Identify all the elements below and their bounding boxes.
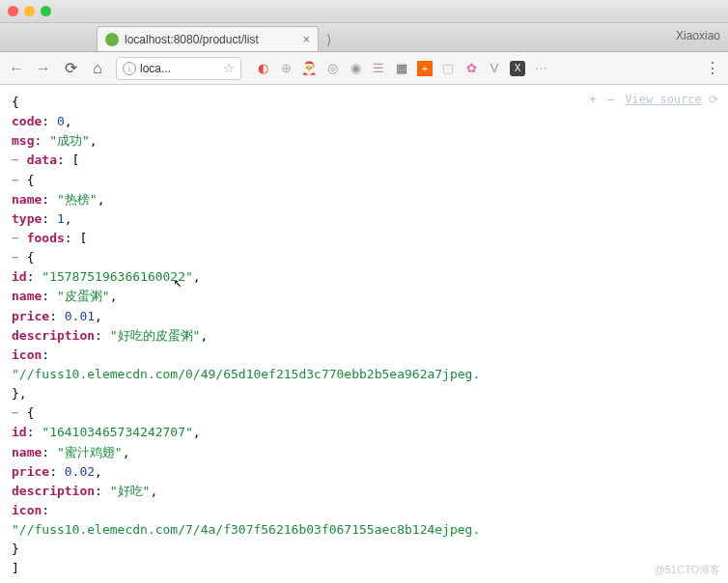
plus-ext-icon[interactable]: +: [417, 61, 433, 76]
list-ext-icon[interactable]: ☰: [371, 61, 386, 76]
maximize-window-button[interactable]: [41, 6, 51, 16]
json-value: "157875196366160022": [42, 269, 193, 284]
back-button[interactable]: ←: [8, 60, 25, 77]
json-value: "蜜汁鸡翅": [57, 445, 123, 459]
x-ext-icon[interactable]: X: [510, 61, 525, 76]
santa-ext-icon[interactable]: 🎅: [301, 61, 317, 76]
json-key: foods: [27, 231, 65, 245]
collapse-toggle[interactable]: −: [12, 405, 19, 420]
watermark-text: @51CTO博客: [655, 563, 720, 577]
json-value: "好吃的皮蛋粥": [110, 328, 201, 343]
site-info-icon[interactable]: i: [123, 62, 136, 75]
gray-ext-icon[interactable]: ▢: [440, 61, 456, 76]
json-value: "164103465734242707": [42, 425, 193, 439]
tab-strip: localhost:8080/product/list × ⟩ Xiaoxiao: [0, 23, 728, 52]
json-key: msg: [12, 133, 34, 148]
view-source-toolbar: + − View source ⟳: [583, 89, 724, 111]
json-value: "热榜": [57, 192, 98, 207]
json-value: "皮蛋粥": [57, 289, 110, 303]
url-text: loca...: [140, 62, 219, 75]
json-value: 0.01: [65, 309, 95, 323]
collapse-toggle[interactable]: −: [12, 153, 19, 167]
minimize-window-button[interactable]: [24, 6, 35, 16]
json-key: name: [12, 445, 42, 459]
expand-all-button[interactable]: +: [589, 93, 596, 106]
home-button[interactable]: ⌂: [89, 60, 106, 77]
json-viewer: + − View source ⟳ { code: 0, msg: "成功", …: [0, 85, 728, 583]
v-ext-icon[interactable]: V: [487, 61, 502, 76]
browser-toolbar: ← → ⟳ ⌂ i loca... ☆ ◐ ⊕ 🎅 ◎ ◉ ☰ ▦ + ▢ ✿ …: [0, 52, 728, 85]
json-key: icon: [12, 347, 42, 362]
traffic-lights: [8, 6, 51, 16]
eye-ext-icon[interactable]: ◉: [348, 61, 363, 76]
tab-title: localhost:8080/product/list: [125, 33, 296, 46]
flower-ext-icon[interactable]: ✿: [463, 61, 479, 76]
chrome-ext-icon[interactable]: ◎: [324, 61, 340, 76]
view-source-link[interactable]: View source: [625, 93, 701, 106]
json-key: type: [12, 211, 42, 226]
json-key: description: [12, 484, 95, 498]
qr-ext-icon[interactable]: ▦: [394, 61, 409, 76]
collapse-all-button[interactable]: −: [607, 93, 614, 106]
json-value: "成功": [49, 133, 90, 148]
collapse-toggle[interactable]: −: [12, 250, 19, 264]
json-key: price: [12, 309, 49, 323]
json-key: id: [12, 425, 27, 439]
json-value: "//fuss10.elemecdn.com/0/49/65d10ef215d3…: [12, 367, 480, 381]
collapse-toggle[interactable]: −: [12, 173, 19, 187]
json-value: 1: [57, 211, 65, 226]
bookmark-star-icon[interactable]: ☆: [223, 61, 235, 75]
json-key: icon: [12, 503, 42, 517]
json-value: "好吃": [110, 484, 151, 498]
browser-tab[interactable]: localhost:8080/product/list ×: [97, 26, 319, 51]
close-window-button[interactable]: [8, 6, 18, 16]
json-key: description: [12, 328, 95, 343]
json-tree[interactable]: { code: 0, msg: "成功", − data: [ − { name…: [12, 93, 716, 583]
forward-button[interactable]: →: [35, 60, 52, 77]
globe-ext-icon[interactable]: ⊕: [278, 61, 294, 76]
window-titlebar: [0, 0, 728, 23]
opera-ext-icon[interactable]: ◐: [255, 61, 270, 76]
profile-label[interactable]: Xiaoxiao: [676, 29, 720, 42]
json-key: name: [12, 192, 42, 207]
browser-menu-button[interactable]: ⋮: [705, 59, 720, 77]
new-tab-button[interactable]: ⟩: [326, 32, 331, 47]
reload-button[interactable]: ⟳: [62, 59, 79, 77]
collapse-toggle[interactable]: −: [12, 231, 19, 245]
json-value: "//fuss10.elemecdn.com/7/4a/f307f56216b0…: [12, 522, 480, 537]
dots-ext-icon[interactable]: ⋯: [533, 61, 548, 76]
close-tab-icon[interactable]: ×: [302, 32, 310, 46]
json-key: price: [12, 464, 49, 479]
json-key: id: [12, 269, 27, 284]
extension-icons: ◐ ⊕ 🎅 ◎ ◉ ☰ ▦ + ▢ ✿ V X ⋯: [255, 61, 548, 76]
json-key: data: [27, 153, 57, 167]
address-bar[interactable]: i loca... ☆: [116, 57, 241, 80]
json-value: 0: [57, 114, 65, 128]
json-key: code: [12, 114, 42, 128]
spring-favicon: [105, 33, 119, 46]
json-key: name: [12, 289, 42, 303]
json-value: 0.02: [65, 464, 95, 479]
